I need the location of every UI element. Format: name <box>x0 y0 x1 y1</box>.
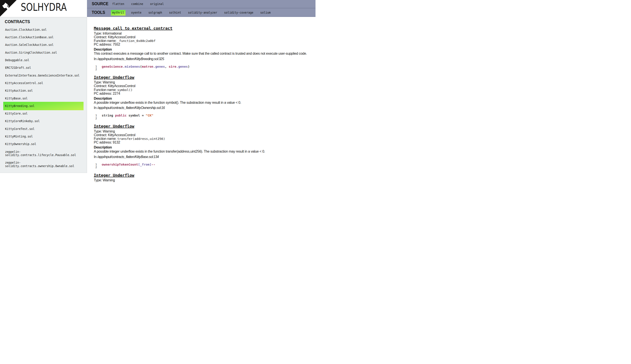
source-tab-original[interactable]: original <box>150 2 164 6</box>
sidebar-item-KittyCoreTest[interactable]: KittyCoreTest.sol <box>5 127 84 131</box>
sidebar-item-Auction.ClockAuctionBase[interactable]: Auction.ClockAuctionBase.sol <box>5 36 84 39</box>
sidebar-item-label: KittyOwnership.sol <box>5 142 36 146</box>
sidebar-item-KittyAuction[interactable]: KittyAuction.sol <box>5 89 84 92</box>
code-block: 1geneScience.mixGenes(matron.genes, sire… <box>94 65 314 71</box>
tab-label: mythril <box>112 11 124 14</box>
tab-label: solidity-analyzer <box>188 11 217 14</box>
logo-sol: SOL <box>21 1 38 14</box>
meta-label: Contract: <box>94 133 107 137</box>
sidebar-item-label: Debuggable.sol <box>5 58 29 62</box>
file-path: /app/input/contracts_flatten/KittyOwners… <box>97 106 165 110</box>
sidebar-item-KittyBase[interactable]: KittyBase.sol <box>5 97 84 100</box>
sidebar-item-label: zeppelin-solidity.contracts.lifecycle.Pa… <box>5 150 76 157</box>
meta-label: Function name: <box>94 88 116 92</box>
description-text: A possible integer underflow exists in t… <box>94 150 314 153</box>
tool-tab-oyente[interactable]: oyente <box>131 11 142 14</box>
sidebar-item-label: KittyBase.sol <box>5 97 28 100</box>
line-number: 2 <box>95 68 102 71</box>
meta-value-function: transfer(address,uint256) <box>117 137 165 140</box>
tool-tab-mythril[interactable]: mythril <box>111 10 126 16</box>
code-token: [_from] <box>138 162 151 166</box>
tool-tab-solgraph[interactable]: solgraph <box>148 11 162 14</box>
code-token: public <box>115 114 127 117</box>
in-label: In <box>94 155 97 159</box>
meta-label: Contract: <box>94 35 107 39</box>
sidebar-item-zeppelin-solidity.contracts.lifecycle.Pausable[interactable]: zeppelin-solidity.contracts.lifecycle.Pa… <box>5 150 84 157</box>
sidebar-title: CONTRACTS <box>5 19 81 24</box>
sidebar-item-Auction.ClockAuction[interactable]: Auction.ClockAuction.sol <box>5 28 84 32</box>
section-meta: Type: InformationalContract: KittyAccess… <box>94 32 314 46</box>
sidebar-item-label: KittyCoreRinkeby.sol <box>5 120 40 123</box>
description-text: This contract executes a message call to… <box>94 52 314 55</box>
code-token: "CK" <box>146 114 153 117</box>
sidebar-item-ExternalInterfaces.GeneScienceInterface[interactable]: ExternalInterfaces.GeneScienceInterface.… <box>5 74 84 78</box>
sidebar-item-label: KittyAuction.sol <box>5 89 33 92</box>
section-meta: Type: WarningContract: KittyAccessContro… <box>94 130 314 144</box>
code-line: 1ownershipTokenCount[_from]-- <box>94 163 314 166</box>
tool-tab-solidity-analyzer[interactable]: solidity-analyzer <box>188 11 217 14</box>
source-tab-combine[interactable]: combine <box>131 2 143 6</box>
description-text: A possible integer underflow exists in t… <box>94 101 314 104</box>
report-section: Integer Underflow Type: WarningContract:… <box>94 124 314 168</box>
source-label: SOURCE <box>92 1 110 6</box>
tool-tab-solidity-coverage[interactable]: solidity-coverage <box>224 11 253 14</box>
meta-label: Contract: <box>94 84 107 88</box>
tab-label: solidity-coverage <box>224 11 253 14</box>
section-meta: Type: WarningContract: KittyAccessContro… <box>94 80 314 95</box>
sidebar-item-KittyMinting[interactable]: KittyMinting.sol <box>5 135 84 138</box>
sidebar-item-Auction.SiringClockAuction[interactable]: Auction.SiringClockAuction.sol <box>5 51 84 54</box>
section-meta: Type: Warning <box>94 178 314 182</box>
code-token: .mixGenes <box>123 65 140 68</box>
section-title: Integer Underflow <box>94 124 314 128</box>
report-section: Message call to external contract Type: … <box>94 26 314 71</box>
code-token: string <box>102 114 115 117</box>
code-text: string public symbol = "CK" <box>102 114 153 117</box>
tool-tab-solhint[interactable]: solhint <box>169 11 181 14</box>
meta-value-pc: 7552 <box>113 42 120 46</box>
sidebar-item-Debuggable[interactable]: Debuggable.sol <box>5 58 84 62</box>
code-token: ( <box>140 65 142 68</box>
meta-label: PC address: <box>94 140 112 144</box>
meta-value-function: symbol() <box>117 88 133 92</box>
sidebar-item-Auction.SaleClockAuction[interactable]: Auction.SaleClockAuction.sol <box>5 43 84 47</box>
meta-label: PC address: <box>94 42 112 46</box>
sidebar-item-KittyCoreRinkeby[interactable]: KittyCoreRinkeby.sol <box>5 120 84 123</box>
code-token: .genes <box>153 65 165 68</box>
meta-value-type: Warning <box>103 80 115 84</box>
code-token: sire <box>169 65 176 68</box>
meta-value-contract: KittyAccessControl <box>108 133 135 137</box>
section-title: Integer Underflow <box>94 173 314 178</box>
report-section: Integer Underflow Type: Warning <box>94 173 314 182</box>
sidebar-item-KittyBreeding[interactable]: KittyBreeding.sol <box>5 104 84 108</box>
source-tab-flatten[interactable]: flatten <box>112 2 124 6</box>
sidebar-item-KittyAccessControl[interactable]: KittyAccessControl.sol <box>5 82 84 85</box>
meta-label: Type: <box>94 80 102 84</box>
code-token: -- <box>151 162 155 166</box>
sidebar-item-ERC721Draft[interactable]: ERC721Draft.sol <box>5 66 84 70</box>
code-block: 1ownershipTokenCount[_from]--2 <box>94 163 314 168</box>
code-text: ownershipTokenCount[_from]-- <box>102 163 155 166</box>
tool-tab-solium[interactable]: solium <box>260 11 271 14</box>
sidebar-item-KittyOwnership[interactable]: KittyOwnership.sol <box>5 142 84 146</box>
code-line: 1string public symbol = "CK" <box>94 114 314 117</box>
sidebar-item-label: KittyCoreTest.sol <box>5 127 35 130</box>
sidebar-item-label: KittyMinting.sol <box>5 135 33 138</box>
in-label: In <box>94 57 97 61</box>
meta-value-pc: 9132 <box>113 140 120 144</box>
code-token: geneScience <box>102 65 123 68</box>
github-octocat-icon <box>0 0 17 17</box>
code-block: 1string public symbol = "CK"2 <box>94 114 314 120</box>
description-heading: Description <box>94 48 314 52</box>
description-heading: Description <box>94 146 314 149</box>
code-token: matron <box>142 65 153 68</box>
sidebar-item-zeppelin-solidity.contracts.ownership.Ownable[interactable]: zeppelin-solidity.contracts.ownership.Ow… <box>5 161 84 168</box>
tools-bar: TOOLS mythriloyentesolgraphsolhintsolidi… <box>87 8 316 17</box>
tools-label: TOOLS <box>92 10 110 15</box>
sidebar-item-label: ExternalInterfaces.GeneScienceInterface.… <box>5 74 79 77</box>
sidebar-item-KittyCore[interactable]: KittyCore.sol <box>5 112 84 116</box>
description-heading: Description <box>94 96 314 100</box>
section-title: Message call to external contract <box>94 26 314 30</box>
sidebar-item-label: Auction.SaleClockAuction.sol <box>5 43 54 46</box>
github-corner-link[interactable] <box>0 0 17 17</box>
code-line: 2 <box>94 166 314 168</box>
